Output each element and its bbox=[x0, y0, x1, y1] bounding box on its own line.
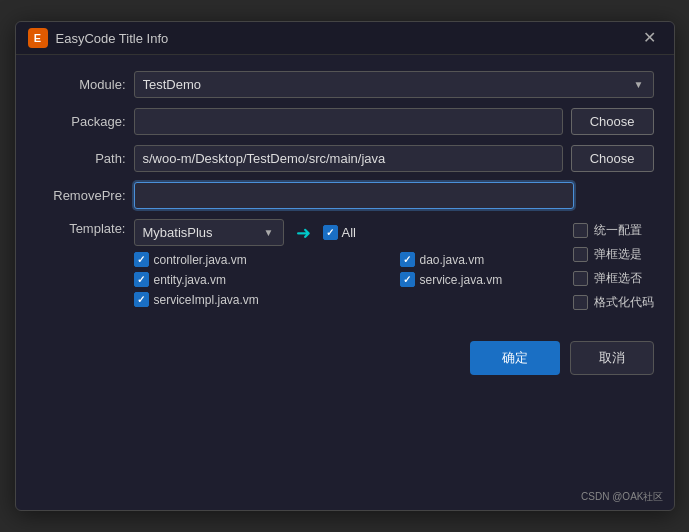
dialog-footer: 确定 取消 bbox=[16, 331, 674, 391]
module-select-wrapper: TestDemo bbox=[134, 71, 654, 98]
template-label: Template: bbox=[36, 219, 126, 236]
close-button[interactable]: ✕ bbox=[637, 28, 662, 48]
removepre-row: RemovePre: bbox=[36, 182, 654, 209]
right-option-label-3: 格式化代码 bbox=[594, 294, 654, 311]
template-check-label-0: controller.java.vm bbox=[154, 253, 247, 267]
module-select[interactable]: TestDemo bbox=[134, 71, 654, 98]
module-label: Module: bbox=[36, 77, 126, 92]
template-check-label-4: serviceImpl.java.vm bbox=[154, 293, 259, 307]
package-row: Package: Choose bbox=[36, 108, 654, 135]
check-all-text: All bbox=[342, 225, 356, 240]
path-input[interactable] bbox=[134, 145, 563, 172]
dialog-window: E EasyCode Title Info ✕ Module: TestDemo… bbox=[15, 21, 675, 511]
template-check-item-4[interactable]: serviceImpl.java.vm bbox=[134, 292, 388, 307]
choose-package-button[interactable]: Choose bbox=[571, 108, 654, 135]
template-row: Template: MybatisPlus ➜ All bbox=[36, 219, 654, 307]
arrow-icon: ➜ bbox=[296, 222, 311, 244]
right-option-label-0: 统一配置 bbox=[594, 222, 642, 239]
right-checkbox-2[interactable] bbox=[573, 271, 588, 286]
template-select[interactable]: MybatisPlus bbox=[134, 219, 284, 246]
template-check-item-0[interactable]: controller.java.vm bbox=[134, 252, 388, 267]
right-option-2[interactable]: 弹框选否 bbox=[573, 270, 654, 287]
check-all-label[interactable]: All bbox=[323, 225, 356, 240]
watermark: CSDN @OAK社区 bbox=[581, 490, 663, 504]
package-input[interactable] bbox=[134, 108, 563, 135]
title-bar: E EasyCode Title Info ✕ bbox=[16, 22, 674, 55]
removepre-label: RemovePre: bbox=[36, 188, 126, 203]
package-label: Package: bbox=[36, 114, 126, 129]
template-checkbox-3[interactable] bbox=[400, 272, 415, 287]
template-checkbox-0[interactable] bbox=[134, 252, 149, 267]
cancel-button[interactable]: 取消 bbox=[570, 341, 654, 375]
path-row: Path: Choose bbox=[36, 145, 654, 172]
template-checkbox-2[interactable] bbox=[134, 272, 149, 287]
path-label: Path: bbox=[36, 151, 126, 166]
template-checkbox-4[interactable] bbox=[134, 292, 149, 307]
template-check-label-2: entity.java.vm bbox=[154, 273, 226, 287]
right-checkbox-0[interactable] bbox=[573, 223, 588, 238]
template-checkbox-1[interactable] bbox=[400, 252, 415, 267]
removepre-input[interactable] bbox=[134, 182, 574, 209]
confirm-button[interactable]: 确定 bbox=[470, 341, 560, 375]
template-check-item-2[interactable]: entity.java.vm bbox=[134, 272, 388, 287]
right-option-label-1: 弹框选是 bbox=[594, 246, 642, 263]
right-checkbox-1[interactable] bbox=[573, 247, 588, 262]
right-checkbox-3[interactable] bbox=[573, 295, 588, 310]
dialog-title: EasyCode Title Info bbox=[56, 31, 629, 46]
right-options-panel: 统一配置 弹框选是 弹框选否 格式化代码 bbox=[573, 222, 654, 311]
right-option-1[interactable]: 弹框选是 bbox=[573, 246, 654, 263]
check-all-checkbox[interactable] bbox=[323, 225, 338, 240]
template-check-label-1: dao.java.vm bbox=[420, 253, 485, 267]
choose-path-button[interactable]: Choose bbox=[571, 145, 654, 172]
right-option-0[interactable]: 统一配置 bbox=[573, 222, 654, 239]
right-option-3[interactable]: 格式化代码 bbox=[573, 294, 654, 311]
app-icon: E bbox=[28, 28, 48, 48]
template-select-wrapper: MybatisPlus bbox=[134, 219, 284, 246]
template-check-label-3: service.java.vm bbox=[420, 273, 503, 287]
module-row: Module: TestDemo bbox=[36, 71, 654, 98]
right-option-label-2: 弹框选否 bbox=[594, 270, 642, 287]
